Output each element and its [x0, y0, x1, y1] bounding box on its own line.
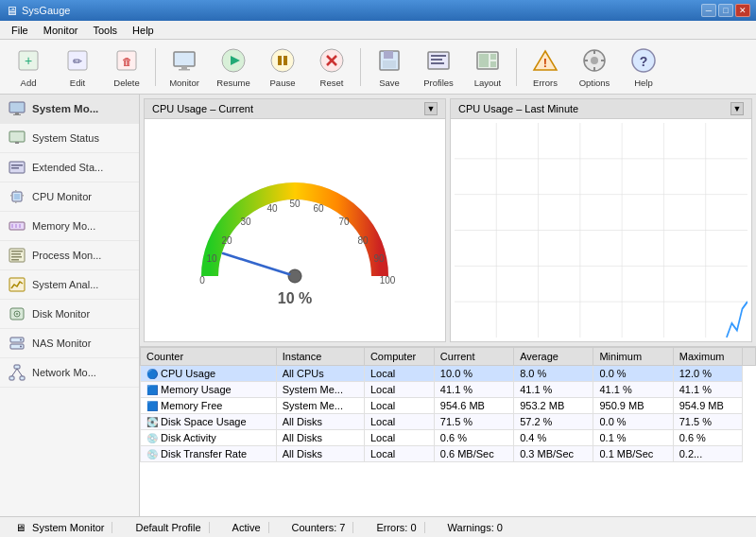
monitor-button[interactable]: Monitor	[162, 43, 207, 91]
col-maximum: Maximum	[673, 348, 742, 366]
table-row[interactable]: 🟦 Memory Free System Me... Local 954.6 M…	[141, 398, 756, 414]
title-bar-controls: ─ □ ✕	[701, 4, 750, 17]
svg-rect-45	[11, 167, 19, 169]
cpu-current-title-text: CPU Usage – Current	[152, 103, 253, 114]
cell-instance: System Me...	[276, 382, 364, 398]
svg-rect-35	[601, 60, 605, 61]
svg-rect-23	[431, 62, 444, 64]
svg-rect-59	[11, 256, 22, 258]
svg-text:70: 70	[338, 217, 350, 227]
pause-button[interactable]: Pause	[260, 43, 305, 91]
table-row[interactable]: 💿 Disk Activity All Disks Local 0.6 % 0.…	[141, 430, 756, 446]
table-row[interactable]: 🔵 CPU Usage All CPUs Local 10.0 % 8.0 % …	[141, 366, 756, 382]
cell-average: 953.2 MB	[514, 398, 593, 414]
svg-rect-7	[181, 66, 187, 69]
sidebar-item-nas-monitor[interactable]: NAS Monitor	[0, 329, 139, 358]
cell-maximum: 71.5 %	[673, 414, 742, 430]
svg-rect-48	[10, 195, 12, 197]
svg-rect-22	[431, 59, 442, 61]
status-profile-text: System Monitor	[32, 522, 104, 533]
svg-line-73	[17, 369, 23, 376]
svg-rect-12	[278, 56, 282, 65]
cell-computer: Local	[364, 430, 434, 446]
nas-monitor-icon	[8, 334, 26, 353]
cell-maximum: 0.2...	[673, 446, 742, 462]
errors-label: Errors	[533, 78, 558, 88]
menu-monitor[interactable]: Monitor	[36, 23, 86, 38]
table-row[interactable]: 💽 Disk Space Usage All Disks Local 71.5 …	[141, 414, 756, 430]
system-status-icon	[8, 129, 26, 147]
svg-rect-25	[479, 54, 489, 67]
table-row[interactable]: 🟦 Memory Usage System Me... Local 41.1 %…	[141, 382, 756, 398]
menu-help[interactable]: Help	[125, 23, 162, 38]
cell-minimum: 0.1 MB/Sec	[593, 446, 673, 462]
data-table-container: Counter Instance Computer Current Averag…	[140, 346, 756, 516]
sidebar-item-system-monitor[interactable]: System Mo...	[0, 95, 139, 124]
add-button[interactable]: + Add	[6, 43, 51, 91]
cell-average: 0.4 %	[514, 430, 593, 446]
svg-rect-49	[22, 195, 24, 197]
delete-button[interactable]: 🗑 Delete	[104, 43, 149, 91]
cpu-lastminute-collapse[interactable]: ▼	[730, 102, 744, 115]
save-button[interactable]: Save	[367, 43, 412, 91]
cpu-current-body: 0 10 20 30 40 50 60	[145, 119, 445, 341]
sidebar: System Mo... System Status Extended Sta.…	[0, 95, 140, 516]
add-icon: +	[13, 46, 43, 76]
sidebar-item-disk-monitor[interactable]: Disk Monitor	[0, 300, 139, 329]
menu-file[interactable]: File	[4, 23, 36, 38]
menu-bar: File Monitor Tools Help	[0, 21, 756, 40]
cell-current: 41.1 %	[434, 382, 513, 398]
profiles-button[interactable]: Profiles	[416, 43, 461, 91]
help-button[interactable]: ? Help	[621, 43, 666, 91]
cpu-current-collapse[interactable]: ▼	[424, 102, 438, 115]
cell-current: 71.5 %	[434, 414, 513, 430]
svg-text:20: 20	[221, 235, 232, 246]
sidebar-item-system-analysis[interactable]: System Anal...	[0, 270, 139, 300]
errors-button[interactable]: ! Errors	[523, 43, 568, 91]
sidebar-item-memory-monitor[interactable]: Memory Mo...	[0, 212, 139, 241]
resume-button[interactable]: Resume	[211, 43, 256, 91]
sidebar-item-cpu-monitor[interactable]: CPU Monitor	[0, 182, 139, 212]
options-button[interactable]: Options	[572, 43, 617, 91]
close-button[interactable]: ✕	[735, 4, 750, 17]
main-area: System Mo... System Status Extended Sta.…	[0, 95, 756, 516]
svg-rect-13	[284, 56, 287, 65]
pause-label: Pause	[270, 78, 296, 88]
cpu-monitor-icon	[8, 187, 26, 206]
minimize-button[interactable]: ─	[701, 4, 716, 17]
data-table: Counter Instance Computer Current Averag…	[140, 347, 756, 462]
save-label: Save	[379, 78, 400, 88]
status-bar: 🖥 System Monitor Default Profile Active …	[0, 516, 756, 537]
svg-text:+: +	[25, 53, 32, 68]
svg-rect-27	[490, 61, 496, 67]
sidebar-item-process-monitor[interactable]: Process Mon...	[0, 241, 139, 270]
reset-label: Reset	[320, 78, 344, 88]
svg-text:?: ?	[640, 54, 648, 69]
svg-rect-53	[11, 224, 13, 228]
gauge-wrapper: 0 10 20 30 40 50 60	[145, 119, 445, 341]
cell-maximum: 954.9 MB	[673, 398, 742, 414]
svg-rect-54	[15, 224, 17, 228]
help-icon: ?	[628, 46, 659, 76]
sidebar-item-extended-status[interactable]: Extended Sta...	[0, 153, 139, 182]
col-average: Average	[514, 348, 593, 366]
sidebar-item-label: NAS Monitor	[32, 338, 91, 349]
sidebar-item-system-status[interactable]: System Status	[0, 124, 139, 153]
reset-button[interactable]: Reset	[309, 43, 354, 91]
layout-button[interactable]: Layout	[465, 43, 510, 91]
sidebar-item-network-monitor[interactable]: Network Mo...	[0, 358, 139, 388]
table-header: Counter Instance Computer Current Averag…	[141, 348, 756, 366]
cell-counter: 💿 Disk Transfer Rate	[141, 446, 277, 462]
svg-rect-32	[593, 50, 595, 54]
sidebar-item-label: CPU Monitor	[32, 191, 92, 202]
options-icon	[579, 46, 610, 76]
svg-rect-58	[11, 253, 21, 255]
edit-button[interactable]: ✏ Edit	[55, 43, 100, 91]
menu-tools[interactable]: Tools	[85, 23, 125, 38]
delete-label: Delete	[113, 78, 139, 88]
maximize-button[interactable]: □	[718, 4, 733, 17]
table-row[interactable]: 💿 Disk Transfer Rate All Disks Local 0.6…	[141, 446, 756, 462]
cell-instance: All Disks	[276, 430, 364, 446]
cell-computer: Local	[364, 382, 434, 398]
sidebar-item-label: System Mo...	[32, 103, 98, 114]
